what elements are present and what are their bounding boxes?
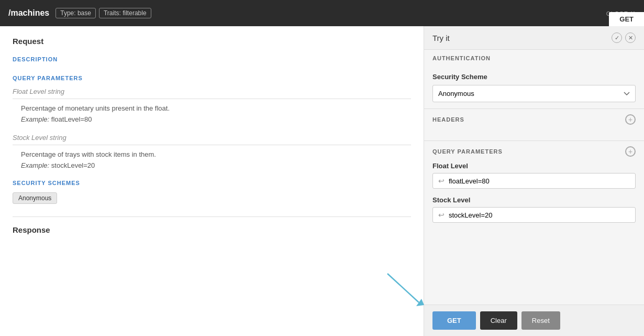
stock-level-desc: Percentage of trays with stock items in … [21, 150, 411, 158]
security-scheme-select[interactable]: Anonymous [432, 85, 636, 102]
headers-section-header: HEADERS + [424, 109, 644, 130]
badge-traits: Traits: filterable [99, 8, 151, 18]
stock-level-input[interactable] [449, 211, 630, 219]
check-icon[interactable]: ✓ [612, 32, 622, 43]
headers-section: HEADERS + [424, 109, 644, 141]
query-params-content: Float Level ↩ Stock Level ↩ [424, 162, 644, 239]
reset-button[interactable]: Reset [521, 311, 560, 330]
auth-section-title: AUTHENTICATION [432, 55, 491, 61]
query-params-section-header: QUERY PARAMETERS + [424, 141, 644, 162]
query-params-section-title: QUERY PARAMETERS [432, 148, 503, 155]
stock-level-field-label: Stock Level [432, 196, 636, 204]
auth-section: AUTHENTICATION Security Scheme Anonymous [424, 50, 644, 109]
query-params-section: QUERY PARAMETERS + Float Level ↩ Stock L… [424, 141, 644, 305]
security-scheme-label: Security Scheme [432, 73, 636, 81]
method-tab: GET [609, 12, 644, 26]
auth-section-header: AUTHENTICATION [424, 50, 644, 67]
response-section: Response [13, 216, 411, 234]
description-header: DESCRIPTION [13, 56, 411, 62]
anonymous-badge: Anonymous [13, 192, 57, 204]
float-level-field-label: Float Level [432, 162, 636, 170]
close-icon[interactable]: ✕ [625, 32, 636, 43]
right-panel: Try it ✓ ✕ AUTHENTICATION Security Schem… [424, 26, 644, 336]
float-level-param: Float Level string Percentage of monetar… [13, 88, 411, 123]
stock-level-example: Example: stockLevel=20 [21, 161, 411, 169]
float-level-input-wrapper: ↩ [432, 173, 636, 189]
add-query-param-button[interactable]: + [625, 146, 636, 157]
request-title: Request [13, 37, 411, 46]
float-level-reset-icon[interactable]: ↩ [438, 177, 445, 185]
stock-level-reset-icon[interactable]: ↩ [438, 211, 445, 219]
float-level-title: Float Level string [13, 88, 411, 95]
page-title: /machines [8, 8, 49, 18]
float-level-example: Example: floatLevel=80 [21, 115, 411, 123]
try-it-header: Try it ✓ ✕ [424, 26, 644, 50]
security-schemes-header: SECURITY SCHEMES [13, 180, 411, 186]
get-button[interactable]: GET [432, 311, 476, 330]
add-header-button[interactable]: + [625, 114, 636, 125]
clear-button[interactable]: Clear [480, 311, 517, 330]
response-title: Response [13, 225, 411, 234]
main-container: Request DESCRIPTION QUERY PARAMETERS Flo… [0, 26, 644, 336]
float-level-desc: Percentage of monetary units present in … [21, 104, 411, 112]
stock-level-param: Stock Level string Percentage of trays w… [13, 134, 411, 169]
try-it-icons: ✓ ✕ [612, 32, 636, 43]
stock-level-input-wrapper: ↩ [432, 207, 636, 223]
stock-level-title: Stock Level string [13, 134, 411, 142]
query-params-header: QUERY PARAMETERS [13, 75, 411, 81]
try-it-title: Try it [432, 34, 450, 42]
badge-type: Type: base [55, 8, 96, 18]
headers-section-title: HEADERS [432, 116, 464, 123]
top-bar: /machines Type: base Traits: filterable … [0, 0, 644, 26]
auth-content: Security Scheme Anonymous [424, 67, 644, 109]
float-level-input[interactable] [449, 177, 630, 185]
left-panel: Request DESCRIPTION QUERY PARAMETERS Flo… [0, 26, 424, 336]
action-buttons: GET Clear Reset [424, 305, 644, 336]
